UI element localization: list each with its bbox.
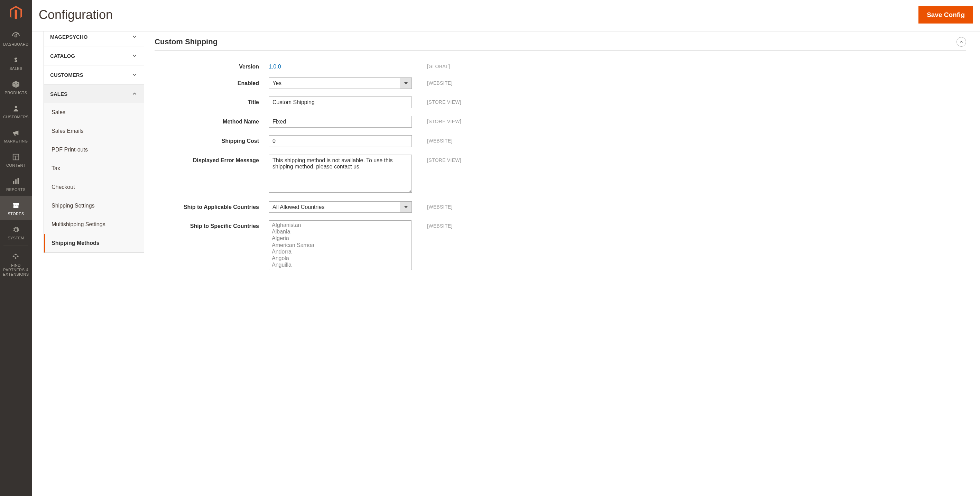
dollar-icon xyxy=(11,55,21,65)
nav-label: DASHBOARD xyxy=(3,42,29,46)
tab-sub-pdf-printouts[interactable]: PDF Print-outs xyxy=(44,140,144,159)
nav-item-system[interactable]: SYSTEM xyxy=(0,220,32,244)
ship-specific-multiselect[interactable]: Afghanistan Albania Algeria American Sam… xyxy=(269,220,412,270)
nav-item-dashboard[interactable]: DASHBOARD xyxy=(0,26,32,51)
ship-applicable-select[interactable]: All Allowed Countries xyxy=(269,201,400,213)
chevron-up-icon xyxy=(131,91,138,97)
tab-sub-multishipping[interactable]: Multishipping Settings xyxy=(44,215,144,234)
field-label: Version xyxy=(154,61,269,70)
tab-sub-checkout[interactable]: Checkout xyxy=(44,178,144,196)
nav-item-content[interactable]: CONTENT xyxy=(0,147,32,172)
field-label: Ship to Applicable Countries xyxy=(154,201,269,210)
nav-label: CUSTOMERS xyxy=(3,115,29,119)
nav-label: SYSTEM xyxy=(8,236,24,240)
tab-category-label: SALES xyxy=(50,91,67,97)
chevron-up-icon xyxy=(959,40,964,44)
tab-category-label: CUSTOMERS xyxy=(50,72,83,78)
nav-label: CONTENT xyxy=(6,163,25,167)
nav-label: MARKETING xyxy=(4,139,28,143)
tab-sub-sales-emails[interactable]: Sales Emails xyxy=(44,122,144,140)
chevron-down-icon xyxy=(131,72,138,78)
tab-category-sales[interactable]: SALES xyxy=(44,84,144,103)
field-label: Shipping Cost xyxy=(154,135,269,144)
field-label: Displayed Error Message xyxy=(154,155,269,164)
svg-rect-5 xyxy=(15,180,17,184)
nav-item-customers[interactable]: CUSTOMERS xyxy=(0,99,32,123)
scope-label: [STORE VIEW] xyxy=(412,97,461,105)
svg-rect-6 xyxy=(18,178,19,184)
scope-label: [GLOBAL] xyxy=(412,61,450,69)
method-name-input[interactable] xyxy=(269,116,412,128)
field-method-name: Method Name [STORE VIEW] xyxy=(154,116,966,128)
page-header: Configuration Save Config xyxy=(32,0,980,32)
svg-rect-1 xyxy=(13,154,19,160)
chevron-down-icon xyxy=(131,53,138,59)
admin-sidebar: DASHBOARD SALES PRODUCTS CUSTOMERS MARKE… xyxy=(0,0,32,496)
scope-label: [STORE VIEW] xyxy=(412,116,461,124)
chevron-down-icon xyxy=(131,33,138,40)
field-label: Method Name xyxy=(154,116,269,125)
select-handle-icon xyxy=(400,201,412,213)
nav-item-products[interactable]: PRODUCTS xyxy=(0,75,32,99)
error-message-textarea[interactable] xyxy=(269,155,412,193)
tab-category-label: CATALOG xyxy=(50,53,75,59)
save-config-button[interactable]: Save Config xyxy=(918,6,973,24)
magento-logo[interactable] xyxy=(0,0,32,26)
gear-icon xyxy=(11,225,21,234)
title-input[interactable] xyxy=(269,97,412,108)
box-icon xyxy=(11,80,21,89)
nav-item-stores[interactable]: STORES xyxy=(0,196,32,220)
nav-label: STORES xyxy=(8,212,24,216)
svg-rect-4 xyxy=(13,181,14,184)
scope-label: [WEBSITE] xyxy=(412,201,453,210)
scope-label: [WEBSITE] xyxy=(412,78,453,86)
gauge-icon xyxy=(11,31,21,41)
config-tabs: MAGEPSYCHO CATALOG CUSTOMERS SALES Sales… xyxy=(32,32,144,496)
page-title: Configuration xyxy=(39,8,113,22)
tab-sub-tax[interactable]: Tax xyxy=(44,159,144,178)
enabled-select[interactable]: Yes xyxy=(269,78,400,89)
nav-item-reports[interactable]: REPORTS xyxy=(0,172,32,196)
field-ship-applicable: Ship to Applicable Countries All Allowed… xyxy=(154,201,966,213)
nav-item-partners[interactable]: FIND PARTNERS & EXTENSIONS xyxy=(0,247,32,281)
tab-sub-shipping-methods[interactable]: Shipping Methods xyxy=(44,234,144,252)
scope-label: [WEBSITE] xyxy=(412,220,453,229)
megaphone-icon xyxy=(11,128,21,138)
nav-label: REPORTS xyxy=(6,187,25,191)
field-label: Title xyxy=(154,97,269,105)
section-title: Custom Shipping xyxy=(154,37,218,46)
nav-item-marketing[interactable]: MARKETING xyxy=(0,123,32,147)
blocks-icon xyxy=(11,252,21,262)
section-collapse-button[interactable] xyxy=(956,37,966,47)
svg-marker-7 xyxy=(404,82,408,85)
version-value: 1.0.0 xyxy=(269,61,412,70)
nav-label: PRODUCTS xyxy=(5,91,27,95)
tab-sub-shipping-settings[interactable]: Shipping Settings xyxy=(44,196,144,215)
tab-category-magepsycho[interactable]: MAGEPSYCHO xyxy=(44,32,144,46)
field-title: Title [STORE VIEW] xyxy=(154,97,966,108)
field-ship-specific: Ship to Specific Countries Afghanistan A… xyxy=(154,220,966,270)
scope-label: [WEBSITE] xyxy=(412,135,453,144)
storefront-icon xyxy=(11,201,21,210)
tab-category-customers[interactable]: CUSTOMERS xyxy=(44,65,144,84)
field-shipping-cost: Shipping Cost [WEBSITE] xyxy=(154,135,966,147)
section-header[interactable]: Custom Shipping xyxy=(154,37,966,51)
person-icon xyxy=(11,104,21,113)
nav-label: FIND PARTNERS & EXTENSIONS xyxy=(2,263,30,277)
select-handle-icon xyxy=(400,78,412,89)
svg-marker-8 xyxy=(404,206,408,208)
field-label: Enabled xyxy=(154,78,269,86)
shipping-cost-input[interactable] xyxy=(269,135,412,147)
field-enabled: Enabled Yes [WEBSITE] xyxy=(154,78,966,89)
nav-item-sales[interactable]: SALES xyxy=(0,51,32,75)
tab-category-label: MAGEPSYCHO xyxy=(50,34,88,40)
layout-icon xyxy=(11,152,21,162)
svg-point-0 xyxy=(15,106,17,108)
tab-category-catalog[interactable]: CATALOG xyxy=(44,46,144,65)
nav-label: SALES xyxy=(10,66,22,70)
tab-sub-sales[interactable]: Sales xyxy=(44,103,144,122)
scope-label: [STORE VIEW] xyxy=(412,155,461,163)
bars-icon xyxy=(11,176,21,186)
field-error-message: Displayed Error Message [STORE VIEW] xyxy=(154,155,966,194)
field-version: Version 1.0.0 [GLOBAL] xyxy=(154,61,966,70)
